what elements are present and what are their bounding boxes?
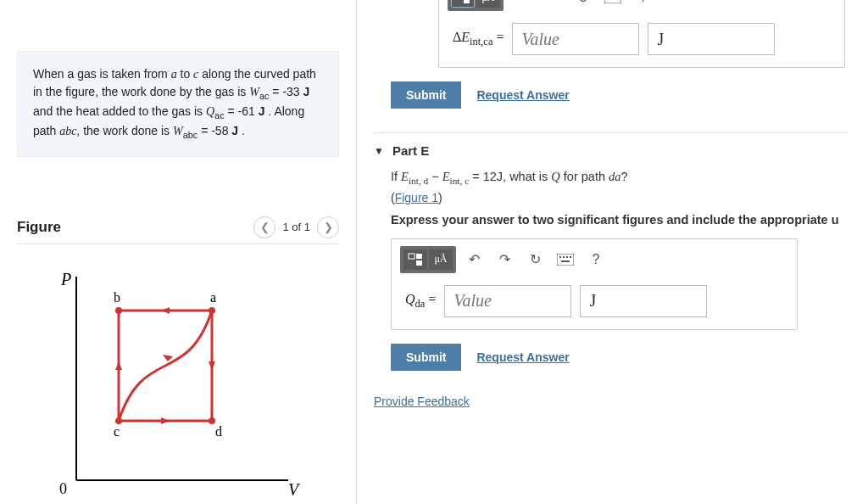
svg-marker-6 (161, 307, 170, 314)
svg-marker-9 (209, 361, 215, 370)
svg-point-11 (115, 307, 122, 314)
figure-next-button[interactable]: ❯ (317, 216, 339, 238)
value-input-top[interactable] (512, 23, 639, 55)
symbols-button[interactable]: μÅ (429, 249, 453, 270)
node-a-label: a (210, 290, 216, 305)
submit-button-e[interactable]: Submit (391, 344, 461, 371)
redo-icon[interactable]: ↷ (492, 248, 517, 272)
provide-feedback-link[interactable]: Provide Feedback (374, 395, 470, 408)
submit-button-top[interactable]: Submit (391, 81, 461, 109)
template-icon[interactable] (451, 0, 475, 8)
svg-rect-29 (563, 256, 565, 258)
svg-point-12 (209, 307, 215, 314)
figure-pager-text: 1 of 1 (282, 221, 310, 233)
variable-label-qda: Qda = (405, 292, 436, 311)
answer-toolbar-e: μÅ ↶ ↷ ↻ ? (392, 239, 797, 273)
axis-p-label: P (60, 270, 71, 288)
part-e-header[interactable]: ▼ Part E (374, 132, 849, 165)
part-e-title: Part E (392, 143, 429, 158)
svg-marker-8 (161, 417, 170, 424)
svg-rect-32 (561, 260, 570, 262)
svg-rect-28 (559, 256, 561, 258)
svg-rect-27 (557, 254, 574, 266)
reset-icon[interactable]: ↻ (570, 0, 595, 9)
caret-down-icon: ▼ (374, 145, 384, 157)
answer-toolbar-top: μÅ ↶ ↷ ↻ ? (439, 0, 844, 11)
node-b-label: b (114, 290, 120, 305)
help-icon[interactable]: ? (583, 248, 609, 272)
svg-rect-18 (604, 0, 621, 3)
figure-header: Figure ❮ 1 of 1 ❯ (17, 216, 339, 244)
axis-origin-label: 0 (59, 480, 67, 497)
keyboard-icon[interactable] (553, 248, 578, 272)
symbols-button[interactable]: μÅ (476, 0, 500, 8)
svg-rect-31 (570, 256, 571, 258)
part-e-prompt: If Eint, d − Eint, c = 12J, what is Q fo… (391, 170, 849, 186)
request-answer-link-e[interactable]: Request Answer (476, 350, 569, 364)
node-d-label: d (215, 424, 222, 439)
value-input-e[interactable] (444, 285, 571, 317)
units-box-e[interactable]: J (580, 285, 707, 317)
part-d-answer-block: μÅ ↶ ↷ ↻ ? ΔEint,ca = J (374, 0, 868, 109)
node-c-label: c (114, 424, 120, 439)
undo-icon[interactable]: ↶ (461, 248, 487, 272)
variable-label-deint: ΔEint,ca = (453, 30, 504, 48)
svg-point-13 (209, 417, 215, 424)
request-answer-link-top[interactable]: Request Answer (476, 88, 569, 102)
figure-prev-button[interactable]: ❮ (253, 216, 275, 238)
svg-marker-10 (163, 355, 173, 361)
units-box-top[interactable]: J (648, 23, 775, 55)
svg-rect-17 (464, 0, 470, 3)
template-icon[interactable] (403, 249, 427, 270)
part-e-instruction: Express your answer to two significant f… (391, 213, 849, 227)
svg-point-14 (115, 417, 122, 424)
figure-title: Figure (17, 219, 61, 236)
undo-icon[interactable]: ↶ (509, 0, 534, 9)
redo-icon[interactable]: ↷ (539, 0, 565, 9)
help-icon[interactable]: ? (631, 0, 656, 9)
svg-marker-7 (115, 361, 122, 370)
figure-diagram: P V 0 (17, 260, 339, 504)
svg-rect-25 (416, 254, 422, 259)
keyboard-icon[interactable] (600, 0, 626, 9)
problem-statement: When a gas is taken from a to c along th… (17, 51, 339, 157)
svg-rect-26 (416, 260, 422, 266)
figure-link[interactable]: Figure 1 (395, 191, 438, 204)
part-e-body: If Eint, d − Eint, c = 12J, what is Q fo… (374, 165, 849, 371)
svg-rect-24 (409, 254, 415, 259)
reset-icon[interactable]: ↻ (522, 248, 548, 272)
axis-v-label: V (288, 480, 301, 499)
svg-rect-30 (566, 256, 568, 258)
